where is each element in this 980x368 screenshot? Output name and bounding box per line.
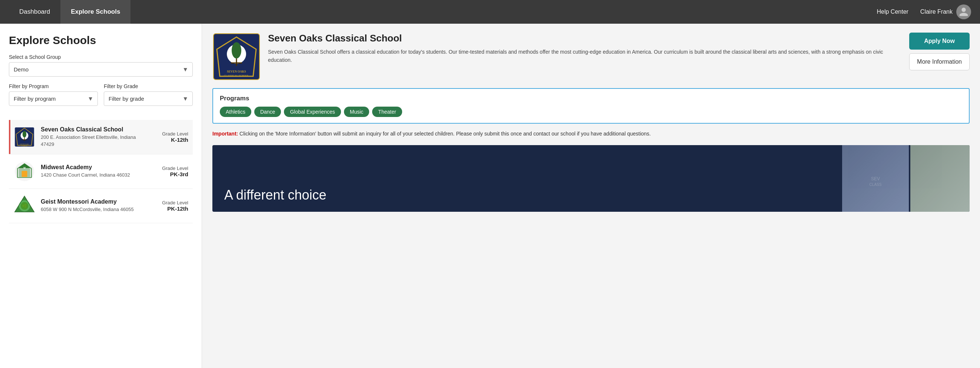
important-label: Important: bbox=[212, 131, 238, 136]
nav-right: Help Center Claire Frank bbox=[877, 5, 971, 19]
help-center-link[interactable]: Help Center bbox=[877, 8, 908, 15]
midwest-logo: M bbox=[13, 160, 36, 182]
filter-program-wrap: Filter by program ▼ bbox=[9, 92, 98, 106]
banner-images: SEV CLASS bbox=[842, 145, 970, 212]
midwest-info: Midwest Academy 1420 Chase Court Carmel,… bbox=[41, 164, 150, 178]
program-tag-theater[interactable]: Theater bbox=[372, 106, 402, 117]
seven-oaks-grade-label: Grade Level bbox=[155, 131, 188, 136]
midwest-grade-value: PK-3rd bbox=[155, 171, 188, 177]
programs-box: Programs Athletics Dance Global Experien… bbox=[212, 88, 970, 124]
midwest-address: 1420 Chase Court Carmel, Indiana 46032 bbox=[41, 172, 150, 178]
filter-grade-wrap: Filter by grade ▼ bbox=[104, 92, 193, 106]
midwest-grade-label: Grade Level bbox=[155, 165, 188, 171]
right-panel: SEVEN OAKS CLASSICAL SCHOOL Seven Oaks C… bbox=[202, 24, 980, 368]
page-title: Explore Schools bbox=[9, 34, 193, 47]
user-profile[interactable]: Claire Frank bbox=[920, 5, 971, 19]
school-detail-description: Seven Oaks Classical School offers a cla… bbox=[268, 48, 902, 64]
apply-now-button[interactable]: Apply Now bbox=[909, 33, 970, 49]
select-group-label: Select a School Group bbox=[9, 54, 193, 60]
user-icon bbox=[958, 7, 969, 17]
svg-text:CLASS: CLASS bbox=[870, 182, 882, 187]
program-tag-music[interactable]: Music bbox=[344, 106, 369, 117]
svg-rect-12 bbox=[22, 171, 27, 177]
svg-text:CLASSICAL: CLASSICAL bbox=[22, 146, 28, 147]
school-item-geist[interactable]: 🌿 Geist Montessori Academy 6058 W 900 N … bbox=[9, 189, 193, 223]
svg-text:M: M bbox=[23, 167, 25, 169]
seven-oaks-grade-value: K-12th bbox=[155, 136, 188, 143]
geist-grade-value: PK-12th bbox=[155, 205, 188, 212]
important-text: Clicking on the 'More Information' butto… bbox=[238, 131, 651, 136]
programs-tags: Athletics Dance Global Experiences Music… bbox=[220, 106, 962, 117]
filter-grade-select[interactable]: Filter by grade bbox=[104, 92, 193, 106]
user-name: Claire Frank bbox=[920, 8, 953, 15]
seven-oaks-name: Seven Oaks Classical School bbox=[41, 126, 150, 133]
program-tag-athletics[interactable]: Athletics bbox=[220, 106, 251, 117]
school-detail-header: SEVEN OAKS CLASSICAL SCHOOL Seven Oaks C… bbox=[212, 33, 970, 81]
banner-text: A different choice bbox=[212, 178, 339, 212]
seven-oaks-logo: SEVEN OAKS CLASSICAL bbox=[13, 126, 36, 148]
filter-program-select[interactable]: Filter by program bbox=[9, 92, 98, 106]
school-item-seven-oaks[interactable]: SEVEN OAKS CLASSICAL Seven Oaks Classica… bbox=[9, 120, 193, 154]
nav-explore-schools[interactable]: Explore Schools bbox=[60, 0, 130, 24]
geist-info: Geist Montessori Academy 6058 W 900 N Mc… bbox=[41, 198, 150, 213]
svg-text:CLASSICAL SCHOOL: CLASSICAL SCHOOL bbox=[224, 74, 249, 77]
geist-logo: 🌿 bbox=[13, 195, 36, 217]
school-detail-logo: SEVEN OAKS CLASSICAL SCHOOL bbox=[212, 33, 261, 81]
geist-address: 6058 W 900 N McCordsville, Indiana 46055 bbox=[41, 206, 150, 213]
school-item-midwest[interactable]: M Midwest Academy 1420 Chase Court Carme… bbox=[9, 154, 193, 189]
nav-left: Dashboard Explore Schools bbox=[9, 0, 130, 24]
midwest-grade: Grade Level PK-3rd bbox=[155, 165, 188, 177]
school-list: SEVEN OAKS CLASSICAL Seven Oaks Classica… bbox=[9, 120, 193, 223]
main-content: Explore Schools Select a School Group De… bbox=[0, 24, 980, 368]
svg-text:SEV: SEV bbox=[871, 176, 880, 181]
programs-title: Programs bbox=[220, 95, 962, 102]
seven-oaks-info: Seven Oaks Classical School 200 E. Assoc… bbox=[41, 126, 150, 148]
left-panel: Explore Schools Select a School Group De… bbox=[0, 24, 202, 368]
action-buttons: Apply Now More Information bbox=[909, 33, 970, 70]
seven-oaks-address: 200 E. Association Street Ellettsville, … bbox=[41, 134, 150, 148]
svg-point-3 bbox=[22, 131, 27, 138]
filter-program-col: Filter by Program Filter by program ▼ bbox=[9, 83, 98, 113]
svg-text:SEVEN OAKS: SEVEN OAKS bbox=[227, 70, 246, 73]
geist-name: Geist Montessori Academy bbox=[41, 198, 150, 205]
svg-text:🌿: 🌿 bbox=[22, 204, 27, 208]
nav-dashboard[interactable]: Dashboard bbox=[9, 0, 60, 24]
midwest-name: Midwest Academy bbox=[41, 164, 150, 171]
navigation: Dashboard Explore Schools Help Center Cl… bbox=[0, 0, 980, 24]
more-information-button[interactable]: More Information bbox=[909, 53, 970, 70]
school-group-select-wrap: Demo ▼ bbox=[9, 62, 193, 77]
geist-grade: Grade Level PK-12th bbox=[155, 200, 188, 212]
important-notice: Important: Clicking on the 'More Informa… bbox=[212, 130, 970, 138]
filter-program-label: Filter by Program bbox=[9, 83, 98, 89]
banner-image-2 bbox=[910, 145, 970, 212]
school-detail-info: Seven Oaks Classical School Seven Oaks C… bbox=[268, 33, 902, 64]
svg-text:SEVEN OAKS: SEVEN OAKS bbox=[20, 144, 29, 145]
school-detail-name: Seven Oaks Classical School bbox=[268, 33, 902, 44]
svg-point-23 bbox=[232, 42, 241, 59]
program-tag-global-experiences[interactable]: Global Experiences bbox=[284, 106, 340, 117]
avatar bbox=[956, 5, 971, 19]
school-group-select[interactable]: Demo bbox=[9, 62, 193, 77]
filter-row: Filter by Program Filter by program ▼ Fi… bbox=[9, 83, 193, 113]
geist-grade-label: Grade Level bbox=[155, 200, 188, 205]
filter-grade-label: Filter by Grade bbox=[104, 83, 193, 89]
filter-grade-col: Filter by Grade Filter by grade ▼ bbox=[104, 83, 193, 113]
program-tag-dance[interactable]: Dance bbox=[254, 106, 281, 117]
seven-oaks-grade: Grade Level K-12th bbox=[155, 131, 188, 143]
banner: A different choice SEV CLASS bbox=[212, 145, 970, 212]
banner-image-1: SEV CLASS bbox=[842, 145, 909, 212]
